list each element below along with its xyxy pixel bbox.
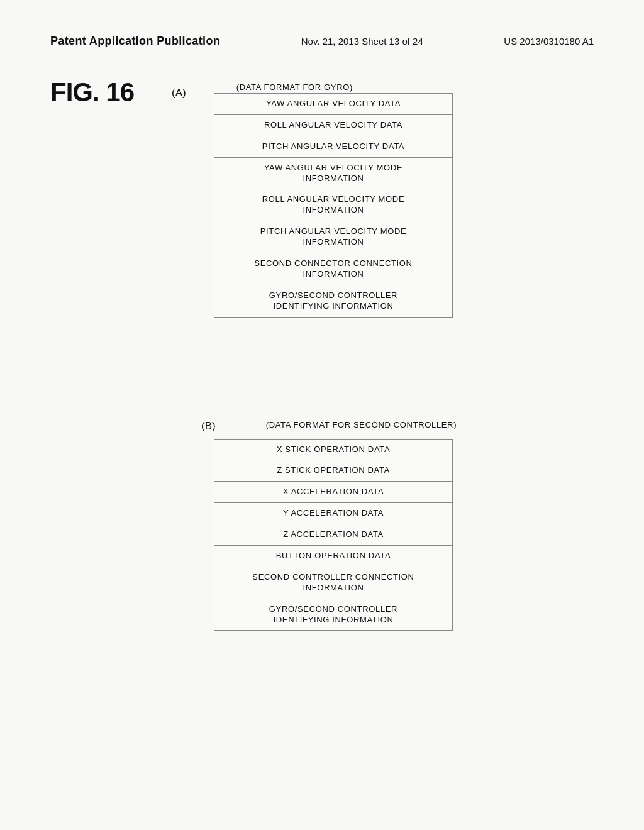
table-row: Z STICK OPERATION DATA [214, 460, 453, 482]
table-row: X ACCELERATION DATA [214, 482, 453, 503]
figure-section-b: (B) (DATA FORMAT FOR SECOND CONTROLLER) … [50, 418, 594, 631]
table-row: ROLL ANGULAR VELOCITY MODEINFORMATION [214, 189, 453, 221]
table-row: SECOND CONNECTOR CONNECTIONINFORMATION [214, 253, 453, 285]
table-cell: Z ACCELERATION DATA [214, 524, 453, 546]
data-table-b: X STICK OPERATION DATAZ STICK OPERATION … [214, 439, 453, 631]
section-spacer [50, 336, 594, 412]
table-row: Z ACCELERATION DATA [214, 524, 453, 546]
table-row: ROLL ANGULAR VELOCITY DATA [214, 114, 453, 136]
patent-number-label: US 2013/0310180 A1 [504, 35, 594, 47]
table-row: YAW ANGULAR VELOCITY DATA [214, 94, 453, 115]
table-row: SECOND CONTROLLER CONNECTIONINFORMATION [214, 567, 453, 599]
table-cell: X ACCELERATION DATA [214, 482, 453, 503]
date-sheet-label: Nov. 21, 2013 Sheet 13 of 24 [301, 35, 423, 47]
data-format-b-label: (DATA FORMAT FOR SECOND CONTROLLER) [266, 418, 457, 429]
section-a-label: (A) [172, 87, 186, 99]
table-row: YAW ANGULAR VELOCITY MODEINFORMATION [214, 157, 453, 189]
table-row: X STICK OPERATION DATA [214, 439, 453, 460]
data-format-a-label: (DATA FORMAT FOR GYRO) [236, 82, 353, 92]
table-cell: X STICK OPERATION DATA [214, 439, 453, 460]
table-cell: PITCH ANGULAR VELOCITY MODEINFORMATION [214, 221, 453, 253]
table-cell: Y ACCELERATION DATA [214, 503, 453, 524]
table-cell: SECOND CONNECTOR CONNECTIONINFORMATION [214, 253, 453, 285]
table-cell: ROLL ANGULAR VELOCITY DATA [214, 114, 453, 136]
content-area: FIG. 16 (A) (DATA FORMAT FOR GYRO) YAW A… [0, 67, 644, 656]
table-row: Y ACCELERATION DATA [214, 503, 453, 524]
table-cell: YAW ANGULAR VELOCITY MODEINFORMATION [214, 157, 453, 189]
page: Patent Application Publication Nov. 21, … [0, 0, 644, 830]
patent-publication-label: Patent Application Publication [50, 35, 220, 48]
table-cell: BUTTON OPERATION DATA [214, 546, 453, 567]
table-b-container: X STICK OPERATION DATAZ STICK OPERATION … [214, 439, 594, 631]
table-cell: ROLL ANGULAR VELOCITY MODEINFORMATION [214, 189, 453, 221]
table-cell: PITCH ANGULAR VELOCITY DATA [214, 136, 453, 157]
table-a-container: YAW ANGULAR VELOCITY DATAROLL ANGULAR VE… [214, 93, 594, 318]
figure-label: FIG. 16 [50, 79, 134, 106]
table-cell: GYRO/SECOND CONTROLLERIDENTIFYING INFORM… [214, 599, 453, 631]
table-row: BUTTON OPERATION DATA [214, 546, 453, 567]
section-b-header: (B) (DATA FORMAT FOR SECOND CONTROLLER) [201, 418, 594, 433]
header: Patent Application Publication Nov. 21, … [0, 0, 644, 67]
data-table-a: YAW ANGULAR VELOCITY DATAROLL ANGULAR VE… [214, 93, 453, 318]
figure-section-a: FIG. 16 (A) (DATA FORMAT FOR GYRO) YAW A… [50, 79, 594, 318]
table-row: GYRO/SECOND CONTROLLERIDENTIFYING INFORM… [214, 599, 453, 631]
table-row: GYRO/SECOND CONTROLLERIDENTIFYING INFORM… [214, 285, 453, 317]
table-cell: Z STICK OPERATION DATA [214, 460, 453, 482]
section-b-label: (B) [201, 418, 216, 433]
table-cell: YAW ANGULAR VELOCITY DATA [214, 94, 453, 115]
table-cell: GYRO/SECOND CONTROLLERIDENTIFYING INFORM… [214, 285, 453, 317]
table-row: PITCH ANGULAR VELOCITY MODEINFORMATION [214, 221, 453, 253]
table-row: PITCH ANGULAR VELOCITY DATA [214, 136, 453, 157]
table-cell: SECOND CONTROLLER CONNECTIONINFORMATION [214, 567, 453, 599]
